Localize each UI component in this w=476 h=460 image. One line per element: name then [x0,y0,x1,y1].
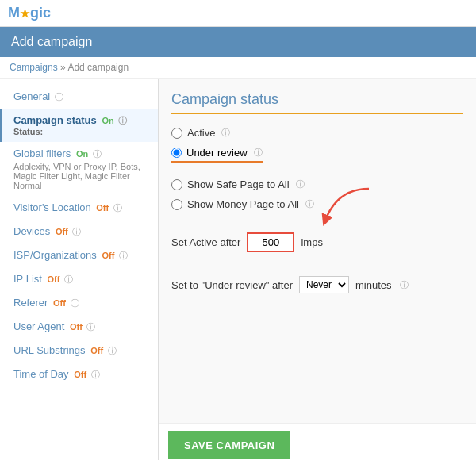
radio-show-safe[interactable] [171,179,182,190]
sidebar-item-campaign-status[interactable]: Campaign status On ⓘ Status: [0,109,158,142]
radio-active[interactable] [171,128,182,139]
info-icon: ⓘ [86,322,95,332]
logo-star: ★ [20,7,30,20]
sidebar-item-user-agent[interactable]: User Agent Off ⓘ [0,315,158,339]
set-active-row: Set Active after 500 imps [171,232,323,252]
info-icon: ⓘ [72,227,81,236]
breadcrumb-current: Add campaign [67,62,129,73]
info-icon: ⓘ [221,127,230,139]
info-icon: ⓘ [93,149,102,159]
main-layout: General ⓘ Campaign status On ⓘ Status: G… [0,79,476,460]
radio-option-active: Active ⓘ [171,127,463,139]
breadcrumb: Campaigns » Add campaign [0,57,476,79]
breadcrumb-parent[interactable]: Campaigns [10,62,58,73]
content-area: Campaign status Active ⓘ Under review ⓘ [159,79,476,460]
info-icon: ⓘ [113,203,122,213]
set-active-container: Set Active after 500 imps [171,221,323,263]
info-icon: ⓘ [119,251,128,260]
content-panel: Campaign status Active ⓘ Under review ⓘ [159,79,476,423]
sidebar-item-label: General [13,90,50,102]
under-review-row: Under review ⓘ [171,147,263,163]
status-badge-off: Off [56,227,68,236]
info-icon: ⓘ [400,279,409,291]
sidebar-item-label: Devices [13,225,50,237]
page-title: Add campaign [11,35,92,48]
sidebar-sub-text: Adplexity, VPN or Proxy IP, Bots, Magic … [13,162,147,190]
save-campaign-button[interactable]: SAVE CAMPAIGN [168,431,290,459]
sidebar-item-label: Campaign status [13,114,97,126]
sidebar-item-label: Time of Day [13,368,69,380]
breadcrumb-separator: » [58,62,68,73]
sidebar-item-visitors-location[interactable]: Visitor's Location Off ⓘ [0,196,158,220]
set-active-label: Set Active after [171,236,240,248]
red-arrow-annotation [313,185,377,232]
info-icon: ⓘ [296,178,305,190]
sidebar-item-label: User Agent [13,320,64,332]
sidebar-item-label: ISP/Organizations [13,249,97,261]
status-badge-on: On [102,116,113,125]
info-icon: ⓘ [64,274,73,284]
info-icon: ⓘ [91,370,100,379]
sidebar-item-time-of-day[interactable]: Time of Day Off ⓘ [0,362,158,386]
radio-active-label[interactable]: Active [187,127,215,139]
sidebar-status-label: Status: [13,127,147,136]
info-icon: ⓘ [254,147,263,159]
radio-option-under-review-wrapper: Under review ⓘ [171,147,463,171]
status-badge-off: Off [53,298,66,308]
info-icon: ⓘ [108,346,117,355]
radio-under-review-label[interactable]: Under review [186,147,248,159]
set-active-input[interactable]: 500 [247,232,294,252]
radio-show-money-label[interactable]: Show Money Page to All [187,198,299,210]
status-badge-off: Off [70,322,83,332]
info-icon: ⓘ [71,298,79,308]
top-bar: M★gic [0,0,476,27]
set-review-row: Set to "Under review" after Never 5 10 1… [171,276,463,293]
sidebar: General ⓘ Campaign status On ⓘ Status: G… [0,79,159,460]
sidebar-item-global-filters[interactable]: Global filters On ⓘ Adplexity, VPN or Pr… [0,142,158,196]
radio-show-money[interactable] [171,199,182,210]
set-review-label: Set to "Under review" after [171,279,293,291]
logo: M★gic [8,5,51,21]
status-badge-off: Off [48,274,60,284]
radio-under-review[interactable] [171,148,182,158]
status-badge-off: Off [90,346,103,355]
set-active-suffix: imps [301,236,322,248]
sidebar-item-ip-list[interactable]: IP List Off ⓘ [0,267,158,291]
info-icon: ⓘ [55,92,63,102]
set-review-suffix: minutes [355,279,392,291]
sidebar-item-label: IP List [13,273,42,285]
section-title: Campaign status [171,91,463,114]
status-badge-off: Off [102,251,114,260]
status-badge-on: On [76,149,88,159]
sidebar-item-label: Global filters [13,148,71,159]
sidebar-item-general[interactable]: General ⓘ [0,85,158,109]
sidebar-item-label: Visitor's Location [13,201,91,213]
save-button-area: SAVE CAMPAIGN [159,423,476,460]
sidebar-item-isp-organizations[interactable]: ISP/Organizations Off ⓘ [0,243,158,267]
set-review-select[interactable]: Never 5 10 15 30 60 [299,276,349,293]
sidebar-item-devices[interactable]: Devices Off ⓘ [0,220,158,243]
info-icon: ⓘ [118,116,127,125]
page-header: Add campaign [0,27,476,57]
sidebar-item-url-substrings[interactable]: URL Substrings Off ⓘ [0,339,158,362]
status-badge-off: Off [96,203,109,213]
sidebar-item-label: URL Substrings [13,344,86,356]
sidebar-item-label: Referer [13,297,48,309]
status-badge-off: Off [74,370,86,379]
sidebar-item-referer[interactable]: Referer Off ⓘ [0,291,158,315]
radio-show-safe-label[interactable]: Show Safe Page to All [187,178,290,190]
